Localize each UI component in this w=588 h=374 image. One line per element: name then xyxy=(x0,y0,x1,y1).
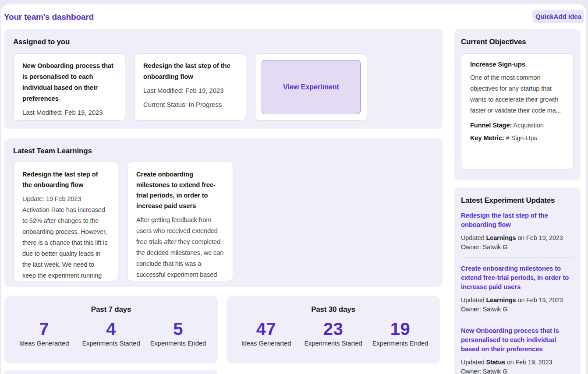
learning-card-title: Create onboarding milestones to extend f… xyxy=(136,169,224,211)
stat-label: Experiments Ended xyxy=(145,340,212,347)
divider xyxy=(461,320,574,320)
update-meta-prefix: Updated xyxy=(461,359,486,366)
assigned-card-title: Redesign the last step of the onboarding… xyxy=(143,60,237,82)
stats-panel-past-7-days: Past 7 days 7 Ideas Generarted 4 Experim… xyxy=(4,296,218,363)
stat-label: Experiments Ended xyxy=(367,340,434,347)
stat-label: Experiments Started xyxy=(78,340,145,347)
next-section-partial-panel xyxy=(4,370,218,374)
page-title: Your team's dashboard xyxy=(4,12,94,22)
stats-row: 7 Ideas Generarted 4 Experiments Started… xyxy=(4,319,218,347)
assigned-card-title: New Onboarding process that is personali… xyxy=(22,60,116,104)
key-metric-value: # Sign-Ups xyxy=(504,134,537,141)
stat-label: Ideas Generarted xyxy=(11,340,78,347)
update-meta-date: on Feb 19, 2023 xyxy=(516,296,563,303)
learning-card[interactable]: Create onboarding milestones to extend f… xyxy=(127,162,233,281)
objective-card[interactable]: Increase Sign-ups One of the most common… xyxy=(461,53,574,170)
assigned-card[interactable]: Redesign the last step of the onboarding… xyxy=(134,53,246,121)
stat-ideas-generated: 47 Ideas Generarted xyxy=(233,319,300,347)
assigned-card-last-modified: Last Modified: Feb 19, 2023 xyxy=(143,85,237,96)
learnings-section: Latest Team Learnings Redesign the last … xyxy=(4,138,443,287)
stat-value: 47 xyxy=(233,319,300,339)
update-owner: Owner: Satwik G xyxy=(461,367,574,374)
assigned-card-last-modified: Last Modified: Feb 19, 2023 xyxy=(22,107,116,118)
objective-body: One of the most common objectives for an… xyxy=(470,72,564,116)
objectives-heading: Current Objectives xyxy=(461,38,574,46)
update-meta: Updated Learnings on Feb 19, 2023 xyxy=(461,296,574,305)
objectives-section: Current Objectives Increase Sign-ups One… xyxy=(454,29,581,180)
update-meta-field: Status xyxy=(486,359,505,366)
learnings-card-list: Redesign the last step of the onboarding… xyxy=(13,162,434,281)
assigned-heading: Assigned to you xyxy=(13,38,434,46)
view-experiment-button[interactable]: View Experiment xyxy=(262,60,361,114)
quickadd-idea-button[interactable]: QuickAdd Idea xyxy=(532,10,584,23)
stat-value: 23 xyxy=(300,319,367,339)
update-owner: Owner: Satwik G xyxy=(461,243,574,252)
updates-heading: Latest Experiment Updates xyxy=(461,196,574,205)
update-meta: Updated Learnings on Feb 19, 2023 xyxy=(461,233,574,243)
stats-panel-past-30-days: Past 30 days 47 Ideas Generarted 23 Expe… xyxy=(227,296,440,363)
update-owner: Owner: Satwik G xyxy=(461,305,574,314)
learning-card-body: After getting feedback from users who re… xyxy=(136,215,224,281)
key-metric-label: Key Metric: xyxy=(470,134,504,141)
update-meta-date: on Feb 19, 2023 xyxy=(505,359,552,366)
update-item: Create onboarding milestones to extend f… xyxy=(461,264,574,320)
stat-experiments-ended: 19 Experiments Ended xyxy=(367,319,434,347)
update-item: Redesign the last step of the onboarding… xyxy=(461,211,574,258)
learning-card[interactable]: Redesign the last step of the onboarding… xyxy=(13,162,118,281)
update-meta-field: Learnings xyxy=(486,296,516,303)
assigned-card-status: Current Status: In Progress xyxy=(143,99,237,110)
update-title-link[interactable]: Create onboarding milestones to extend f… xyxy=(461,264,574,292)
updates-section: Latest Experiment Updates Redesign the l… xyxy=(454,187,581,374)
assigned-section: Assigned to you New Onboarding process t… xyxy=(4,29,443,129)
assigned-card-list: New Onboarding process that is personali… xyxy=(13,53,434,121)
stat-value: 4 xyxy=(78,319,145,339)
learnings-heading: Latest Team Learnings xyxy=(13,147,434,155)
stat-label: Experiments Started xyxy=(300,340,367,347)
update-title-link[interactable]: New Onboarding process that is personali… xyxy=(461,326,574,354)
objective-title: Increase Sign-ups xyxy=(470,61,564,68)
assigned-card[interactable]: New Onboarding process that is personali… xyxy=(13,53,125,121)
update-meta-field: Learnings xyxy=(486,234,516,241)
funnel-stage-value: Acquisition xyxy=(512,122,544,129)
update-meta-prefix: Updated xyxy=(461,296,486,303)
stats-heading: Past 7 days xyxy=(4,305,218,314)
stat-experiments-started: 23 Experiments Started xyxy=(300,319,367,347)
divider xyxy=(461,258,574,258)
stat-ideas-generated: 7 Ideas Generarted xyxy=(11,319,78,347)
dashboard-page: Your team's dashboard QuickAdd Idea Assi… xyxy=(1,4,586,374)
stats-row: 47 Ideas Generarted 23 Experiments Start… xyxy=(227,319,440,347)
stat-experiments-started: 4 Experiments Started xyxy=(78,319,145,347)
update-item: New Onboarding process that is personali… xyxy=(461,326,574,374)
stat-value: 5 xyxy=(145,319,212,339)
stat-experiments-ended: 5 Experiments Ended xyxy=(145,319,212,347)
learning-card-body: Update: 19 Feb 2023 Activation Rate has … xyxy=(22,194,109,281)
funnel-stage-label: Funnel Stage: xyxy=(470,122,512,129)
learning-card-title: Redesign the last step of the onboarding… xyxy=(22,169,109,190)
update-meta-prefix: Updated xyxy=(461,234,486,241)
update-meta-date: on Feb 19, 2023 xyxy=(516,234,563,241)
objective-funnel-stage: Funnel Stage: Acquisition xyxy=(470,122,564,129)
stats-heading: Past 30 days xyxy=(227,305,440,314)
stat-label: Ideas Generarted xyxy=(233,340,300,347)
view-experiment-card: View Experiment xyxy=(255,53,367,121)
objective-key-metric: Key Metric: # Sign-Ups xyxy=(470,134,564,141)
update-meta: Updated Status on Feb 19, 2023 xyxy=(461,358,574,367)
update-title-link[interactable]: Redesign the last step of the onboarding… xyxy=(461,211,574,229)
stat-value: 19 xyxy=(367,319,434,339)
stat-value: 7 xyxy=(11,319,78,339)
